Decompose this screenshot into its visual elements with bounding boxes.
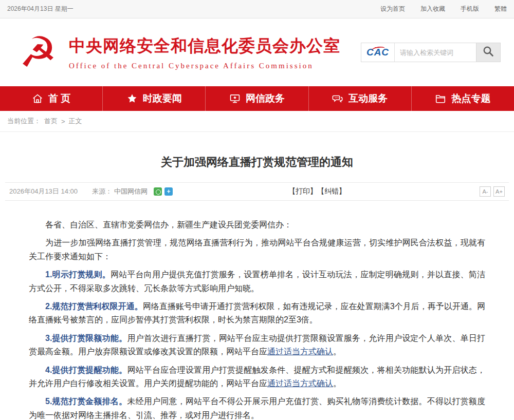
party-emblem-logo-icon: ☭ — [13, 31, 63, 73]
font-size-controls: A- A+ — [480, 186, 505, 197]
article-paragraph: 4.提供打赏提醒功能。网站平台应合理设置用户打赏提醒触发条件、提醒方式和提醒频次… — [29, 364, 485, 391]
article-paragraph: 各省、自治区、直辖市党委网信办，新疆生产建设兵团党委网信办： — [29, 218, 485, 232]
article: 关于加强网络直播打赏规范管理的通知 2026年04月13日 14:00 来源： … — [0, 155, 514, 420]
topbar-links: 设为首页 加入收藏 手机版 繁體 — [380, 5, 507, 13]
home-icon — [32, 93, 43, 104]
monitor-icon — [229, 93, 241, 104]
search-input-wrap — [394, 43, 476, 62]
site-subtitle: Office of the Central Cyberspace Affairs… — [69, 62, 340, 70]
breadcrumb-home[interactable]: 首页 — [44, 117, 58, 126]
article-paragraph: 1.明示打赏规则。网站平台向用户提供充值打赏服务，设置榜单排名，设计互动玩法，应… — [29, 268, 485, 295]
breadcrumb-current: 正文 — [69, 117, 82, 126]
article-paragraph: 5.规范打赏金额排名。未经用户同意，网站平台不得公开展示用户充值打赏、购买礼物等… — [29, 395, 485, 420]
site-title-block: 中央网络安全和信息化委员会办公室 Office of the Central C… — [69, 35, 340, 70]
error-report-button[interactable]: 【纠错】 — [317, 187, 346, 196]
article-paragraph: 为进一步加强网络直播打赏管理，规范网络直播营利行为，推动网站平台合规健康运营，切… — [29, 236, 485, 263]
main-nav: 首 页 时政要闻 网信政务 — [0, 86, 514, 111]
article-body: 各省、自治区、直辖市党委网信办，新疆生产建设兵团党委网信办：为进一步加强网络直播… — [5, 218, 509, 420]
site-header: ☭ 中央网络安全和信息化委员会办公室 Office of the Central… — [0, 18, 514, 86]
source-label: 来源： — [92, 187, 112, 196]
star-icon — [126, 93, 138, 104]
font-smaller-button[interactable]: A- — [480, 186, 491, 197]
link-mobile-version[interactable]: 手机版 — [461, 5, 479, 13]
search-input[interactable] — [395, 43, 476, 62]
nav-item-cyberspace-affairs[interactable]: 网信政务 — [206, 86, 308, 111]
paragraph-text: 为进一步加强网络直播打赏管理，规范网络直播营利行为，推动网站平台合规健康运营，切… — [29, 238, 485, 260]
paragraph-text: 。 — [333, 379, 341, 388]
print-button[interactable]: 【打印】 — [288, 187, 317, 196]
topbar: 2026年04月13日 星期一 设为首页 加入收藏 手机版 繁體 — [0, 0, 514, 18]
paragraph-lead: 5.规范打赏金额排名。 — [45, 397, 127, 406]
search-icon — [482, 45, 494, 60]
article-meta: 2026年04月13日 14:00 来源： 中国网信网 【打印】 【纠错】 A-… — [5, 182, 509, 201]
paragraph-text: 各省、自治区、直辖市党委网信办，新疆生产建设兵团党委网信办： — [45, 220, 292, 229]
meta-left: 2026年04月13日 14:00 来源： 中国网信网 — [9, 187, 173, 196]
article-paragraph: 2.规范打赏营利权限开通。网络直播账号申请开通打赏营利权限，如有违规记录，应在处… — [29, 300, 485, 327]
search-area: CAC — [361, 43, 501, 62]
breadcrumb: 当前位置： 首页 > 正文 — [0, 111, 514, 132]
nav-label: 网信政务 — [246, 92, 285, 105]
breadcrumb-separator: > — [61, 118, 65, 125]
site-title: 中央网络安全和信息化委员会办公室 — [69, 35, 340, 58]
share-icons — [154, 187, 173, 196]
nav-label: 首 页 — [48, 92, 70, 105]
search-box: CAC — [361, 43, 476, 62]
share-wechat-icon[interactable] — [154, 187, 162, 196]
inline-link[interactable]: 通过适当方式确认 — [267, 347, 333, 356]
nav-label: 热点专题 — [451, 92, 490, 105]
meta-actions: 【打印】 【纠错】 — [288, 187, 346, 196]
share-more-icon[interactable] — [164, 187, 173, 196]
nav-item-interactive-services[interactable]: 互动服务 — [309, 86, 412, 111]
link-set-homepage[interactable]: 设为首页 — [380, 5, 405, 13]
font-larger-button[interactable]: A+ — [493, 186, 505, 197]
article-paragraph: 3.提供打赏限额功能。用户首次进行直播打赏，网站平台应主动提供打赏限额设置服务，… — [29, 332, 485, 359]
article-source: 中国网信网 — [114, 187, 148, 196]
paragraph-lead: 2.规范打赏营利权限开通。 — [45, 302, 143, 311]
paragraph-lead: 4.提供打赏提醒功能。 — [45, 366, 127, 374]
breadcrumb-label: 当前位置： — [7, 117, 41, 126]
article-datetime: 2026年04月13日 14:00 — [9, 187, 78, 196]
search-button[interactable] — [476, 43, 501, 62]
paragraph-lead: 3.提供打赏限额功能。 — [45, 334, 127, 342]
folder-icon — [435, 93, 446, 104]
chat-icon — [332, 93, 343, 104]
article-title: 关于加强网络直播打赏规范管理的通知 — [5, 155, 509, 170]
nav-label: 互动服务 — [348, 92, 388, 105]
nav-label: 时政要闻 — [143, 92, 182, 105]
nav-item-home[interactable]: 首 页 — [0, 86, 103, 111]
topbar-date: 2026年04月13日 星期一 — [7, 5, 74, 13]
paragraph-text: 。 — [333, 347, 341, 356]
nav-item-politics-news[interactable]: 时政要闻 — [103, 86, 206, 111]
link-traditional-chinese[interactable]: 繁體 — [494, 5, 507, 13]
nav-item-hot-topics[interactable]: 热点专题 — [412, 86, 514, 111]
inline-link[interactable]: 通过适当方式确认 — [267, 379, 333, 388]
link-add-favorite[interactable]: 加入收藏 — [420, 5, 445, 13]
paragraph-lead: 1.明示打赏规则。 — [45, 270, 111, 279]
cac-logo: CAC — [361, 43, 394, 62]
